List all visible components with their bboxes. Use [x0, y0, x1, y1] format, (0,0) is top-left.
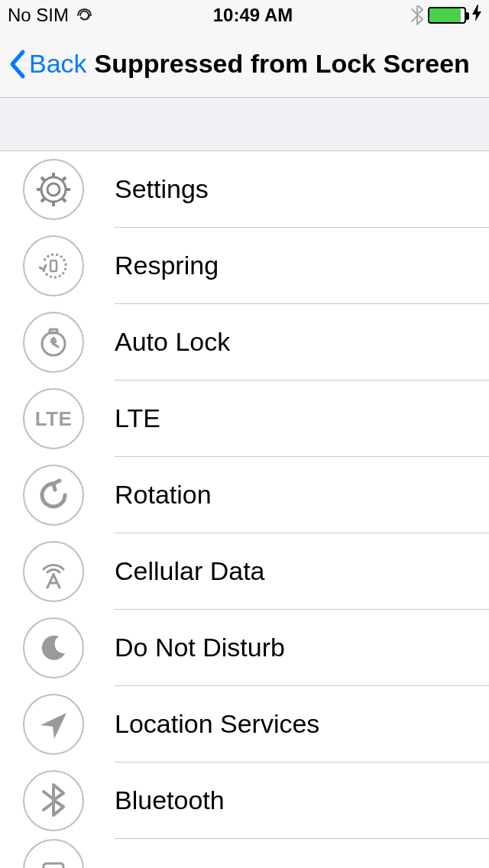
list-item-settings[interactable]: Settings [23, 151, 489, 228]
svg-line-6 [41, 177, 44, 180]
page-title: Suppressed from Lock Screen [95, 49, 470, 79]
respring-icon [23, 235, 84, 296]
tether-icon [75, 8, 95, 22]
bluetooth-icon [23, 770, 84, 831]
svg-line-8 [41, 199, 44, 202]
list-item-dnd[interactable]: Do Not Disturb [23, 610, 489, 686]
list-item-label: Respring [115, 251, 219, 280]
back-chevron-icon [8, 49, 26, 79]
svg-line-9 [63, 177, 66, 180]
list-item-label: Location Services [115, 709, 319, 739]
list-item-label: Settings [115, 174, 209, 204]
list-item-label: LTE [115, 403, 160, 433]
list-item-vpn[interactable]: VPN [23, 839, 489, 868]
status-left: No SIM [8, 5, 95, 26]
list-item-label: Do Not Disturb [115, 633, 285, 662]
list-item-label: Bluetooth [115, 785, 225, 815]
list-item-lte[interactable]: LTE LTE [23, 381, 489, 457]
rotation-icon [23, 465, 84, 526]
status-time: 10:49 AM [213, 5, 293, 26]
svg-point-1 [41, 177, 66, 202]
list-item-rotation[interactable]: Rotation [23, 457, 489, 533]
list-item-autolock[interactable]: Auto Lock [23, 304, 489, 381]
carrier-text: No SIM [8, 5, 69, 26]
list-item-respring[interactable]: Respring [23, 228, 489, 304]
svg-rect-10 [50, 261, 57, 271]
vpn-icon [23, 839, 84, 868]
settings-list: Settings Respring Auto Lock LTE LTE Rota… [0, 151, 489, 868]
svg-line-7 [63, 199, 66, 202]
bluetooth-status-icon [411, 5, 423, 25]
location-icon [23, 694, 84, 755]
back-button[interactable]: Back [8, 49, 87, 79]
settings-icon [23, 159, 84, 220]
list-item-label: Cellular Data [115, 556, 265, 586]
list-item-bluetooth[interactable]: Bluetooth [23, 763, 489, 839]
back-label: Back [29, 49, 87, 79]
svg-point-0 [47, 183, 60, 196]
dnd-icon [23, 617, 84, 679]
list-item-location[interactable]: Location Services [23, 686, 489, 763]
lte-icon: LTE [23, 388, 84, 449]
status-right [411, 5, 481, 26]
list-item-label: Auto Lock [115, 327, 230, 357]
section-header-gap [0, 98, 489, 151]
charging-icon [472, 5, 481, 26]
autolock-icon [23, 312, 84, 373]
battery-icon [428, 7, 466, 24]
navigation-bar: Back Suppressed from Lock Screen [0, 31, 489, 98]
status-bar: No SIM 10:49 AM [0, 0, 489, 31]
list-item-cellular[interactable]: Cellular Data [23, 533, 489, 610]
list-item-label: Rotation [115, 480, 212, 510]
svg-rect-15 [44, 863, 63, 868]
cellular-icon [23, 541, 84, 602]
